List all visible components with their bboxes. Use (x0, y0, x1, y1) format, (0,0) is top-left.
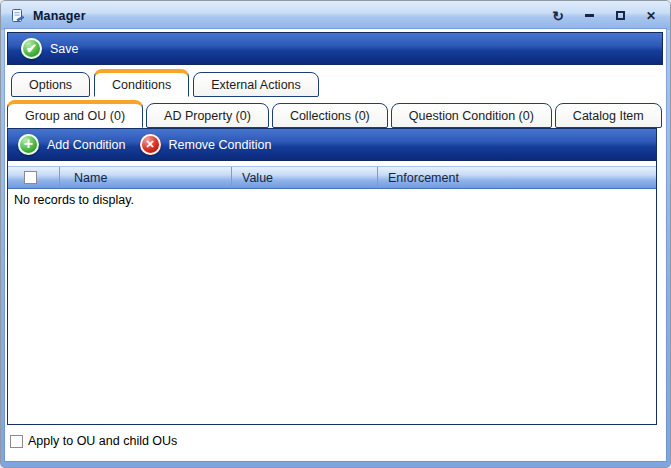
save-check-icon: ✔ (21, 38, 42, 59)
close-icon[interactable]: ✕ (644, 9, 658, 23)
condition-tab-strip: Group and OU (0) AD Property (0) Collect… (7, 99, 662, 128)
tab-options[interactable]: Options (11, 72, 90, 97)
grid-header-checkbox-cell (8, 167, 60, 188)
content-panel: ✔ Save Options Conditions External Actio… (6, 30, 665, 460)
grid-toolbar: + Add Condition ✕ Remove Condition (8, 129, 656, 161)
column-header-enforcement[interactable]: Enforcement (378, 167, 656, 188)
tab-collections[interactable]: Collections (0) (272, 103, 388, 128)
grid-header-row: Name Value Enforcement (8, 166, 656, 189)
tab-ad-property[interactable]: AD Property (0) (146, 103, 269, 128)
manager-window: Manager ↻ ✕ ✔ Save Options Conditions Ex… (0, 0, 671, 468)
conditions-grid: + Add Condition ✕ Remove Condition Name (7, 128, 657, 425)
app-window-icon[interactable] (10, 8, 26, 24)
add-condition-button[interactable]: + Add Condition (18, 134, 126, 155)
tab-catalog-item[interactable]: Catalog Item (555, 103, 662, 128)
remove-condition-button[interactable]: ✕ Remove Condition (140, 134, 272, 155)
tab-question-condition[interactable]: Question Condition (0) (391, 103, 552, 128)
tab-group-and-ou[interactable]: Group and OU (0) (7, 100, 143, 128)
remove-condition-label: Remove Condition (169, 138, 272, 152)
grid-empty-message: No records to display. (8, 189, 656, 211)
add-condition-label: Add Condition (47, 138, 126, 152)
tab-external-actions[interactable]: External Actions (193, 72, 319, 97)
save-button[interactable]: ✔ Save (21, 38, 79, 59)
save-toolbar: ✔ Save (7, 32, 663, 65)
tab-conditions[interactable]: Conditions (94, 69, 189, 97)
column-header-name[interactable]: Name (60, 167, 232, 188)
apply-to-ou-checkbox[interactable] (10, 435, 23, 448)
add-icon: + (18, 134, 39, 155)
window-title: Manager (33, 9, 86, 23)
select-all-checkbox[interactable] (24, 171, 37, 184)
apply-to-ou-label: Apply to OU and child OUs (28, 434, 177, 448)
maximize-icon[interactable] (613, 9, 627, 23)
minimize-icon[interactable] (582, 9, 596, 23)
refresh-icon[interactable]: ↻ (551, 9, 565, 23)
save-button-label: Save (50, 42, 79, 56)
window-controls: ↻ ✕ (551, 9, 658, 23)
remove-icon: ✕ (140, 134, 161, 155)
column-header-value[interactable]: Value (232, 167, 378, 188)
title-bar: Manager ↻ ✕ (1, 1, 670, 30)
main-tab-strip: Options Conditions External Actions (11, 69, 319, 97)
apply-to-ou-row: Apply to OU and child OUs (10, 431, 177, 451)
